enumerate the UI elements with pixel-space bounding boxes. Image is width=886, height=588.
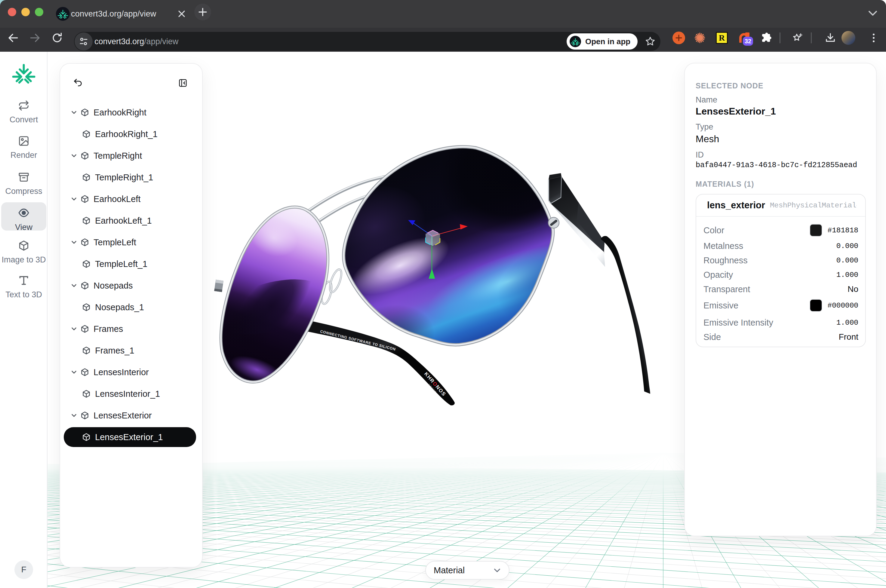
svg-text:KHRONOS: KHRONOS <box>423 371 447 398</box>
